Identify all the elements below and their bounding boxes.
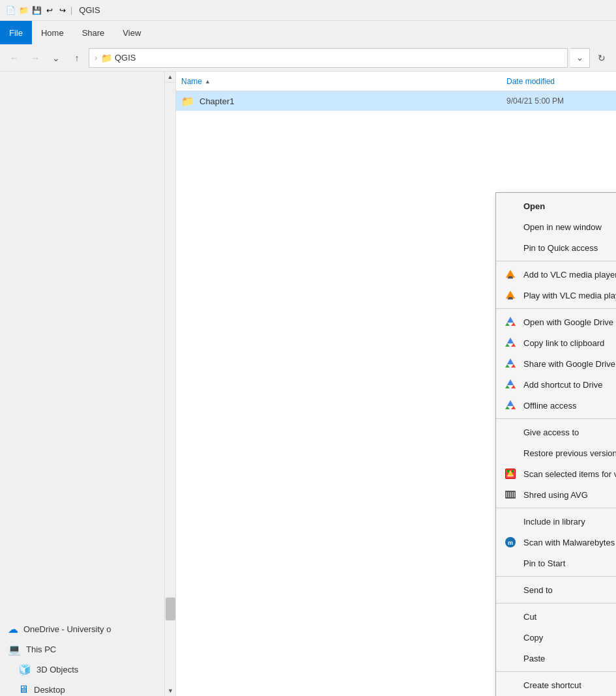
file-date-chapter1: 9/04/21 5:00 PM bbox=[506, 96, 611, 106]
forward-button[interactable]: → bbox=[26, 49, 44, 67]
ctx-paste[interactable]: Paste bbox=[496, 648, 616, 669]
ctx-gdrive-share[interactable]: Share with Google Drive bbox=[496, 353, 616, 374]
ctx-gdrive-offline-label: Offline access bbox=[523, 401, 616, 411]
ctx-scan-viruses[interactable]: Scan selected items for viruses bbox=[496, 463, 616, 484]
ctx-gdrive-shortcut[interactable]: Add shortcut to Drive bbox=[496, 374, 616, 395]
ctx-shred-avg[interactable]: Shred using AVG bbox=[496, 484, 616, 505]
recent-locations-button[interactable]: ⌄ bbox=[47, 49, 65, 67]
ctx-vlc-play[interactable]: Play with VLC media player bbox=[496, 285, 616, 306]
column-name-header[interactable]: Name ▲ bbox=[181, 77, 506, 86]
app-icon-save: 💾 bbox=[31, 5, 42, 16]
svg-rect-31 bbox=[512, 470, 514, 472]
ctx-divider-6 bbox=[496, 603, 616, 603]
svg-rect-30 bbox=[507, 470, 509, 472]
address-box[interactable]: › 📁 QGIS bbox=[89, 48, 568, 68]
sidebar: ▲ ☁ OneDrive - University o 💻 This PC 🧊 … bbox=[0, 72, 176, 696]
ctx-divider-2 bbox=[496, 308, 616, 309]
title-bar-divider: | bbox=[70, 6, 72, 15]
ctx-give-access-icon bbox=[504, 426, 517, 439]
ctx-scan-icon bbox=[504, 467, 517, 480]
ctx-scan-label: Scan selected items for viruses bbox=[523, 469, 616, 479]
ctx-open[interactable]: Open bbox=[496, 196, 616, 216]
sort-arrow-up: ▲ bbox=[205, 78, 211, 85]
svg-text:m: m bbox=[508, 540, 513, 546]
ctx-open-new-window[interactable]: Open in new window bbox=[496, 216, 616, 237]
ctx-gdrive-copy[interactable]: Copy link to clipboard bbox=[496, 332, 616, 353]
ctx-gdrive-share-icon bbox=[504, 357, 517, 370]
onedrive-icon: ☁ bbox=[8, 623, 18, 635]
ctx-vlc-play-label: Play with VLC media player bbox=[523, 291, 616, 300]
ctx-create-shortcut[interactable]: Create shortcut bbox=[496, 674, 616, 695]
main-area: ▲ ☁ OneDrive - University o 💻 This PC 🧊 … bbox=[0, 72, 616, 696]
ctx-open-new-window-icon bbox=[504, 220, 517, 233]
ctx-send-to[interactable]: Send to ► bbox=[496, 579, 616, 600]
svg-rect-2 bbox=[508, 278, 513, 279]
ctx-gdrive-offline[interactable]: Offline access ► bbox=[496, 395, 616, 416]
ctx-restore-icon bbox=[504, 446, 517, 459]
ctx-gdrive-copy-label: Copy link to clipboard bbox=[523, 338, 616, 348]
sidebar-item-3d-objects[interactable]: 🧊 3D Objects bbox=[0, 660, 164, 680]
address-dropdown-button[interactable]: ⌄ bbox=[570, 48, 590, 68]
sidebar-item-this-pc[interactable]: 💻 This PC bbox=[0, 639, 164, 660]
sidebar-scrollbar[interactable]: ▲ ▼ bbox=[164, 72, 175, 696]
svg-marker-12 bbox=[505, 343, 510, 347]
svg-marker-11 bbox=[507, 338, 514, 343]
ctx-pin-label: Pin to Quick access bbox=[523, 243, 616, 253]
ctx-copy-icon bbox=[504, 631, 517, 644]
ctx-pin-quick-access[interactable]: Pin to Quick access bbox=[496, 237, 616, 258]
ctx-malwarebytes-label: Scan with Malwarebytes bbox=[523, 538, 616, 547]
menu-file[interactable]: File bbox=[0, 21, 32, 44]
column-date-header[interactable]: Date modified bbox=[506, 77, 611, 86]
menu-home[interactable]: Home bbox=[32, 21, 73, 44]
menu-share[interactable]: Share bbox=[73, 21, 114, 44]
ctx-paste-icon bbox=[504, 652, 517, 665]
svg-rect-35 bbox=[508, 492, 509, 497]
svg-marker-23 bbox=[507, 400, 514, 406]
refresh-button[interactable]: ↻ bbox=[593, 49, 611, 67]
scroll-arrow-down[interactable]: ▼ bbox=[165, 685, 176, 696]
sidebar-item-onedrive[interactable]: ☁ OneDrive - University o bbox=[0, 619, 164, 639]
svg-rect-1 bbox=[508, 276, 512, 278]
menu-view[interactable]: View bbox=[113, 21, 150, 44]
ctx-vlc-add[interactable]: Add to VLC media player's Playlist bbox=[496, 264, 616, 285]
ctx-create-shortcut-icon bbox=[504, 678, 517, 691]
svg-marker-20 bbox=[505, 385, 510, 388]
ctx-divider-1 bbox=[496, 261, 616, 261]
column-header: Name ▲ Date modified bbox=[176, 72, 616, 91]
file-row-chapter1[interactable]: 📁 Chapter1 9/04/21 5:00 PM bbox=[176, 91, 616, 111]
app-icon-redo: ↪ bbox=[57, 5, 68, 16]
ctx-vlc-add-label: Add to VLC media player's Playlist bbox=[523, 270, 616, 280]
svg-rect-4 bbox=[508, 297, 512, 298]
ctx-cut-icon bbox=[504, 610, 517, 623]
ctx-open-new-window-label: Open in new window bbox=[523, 222, 616, 232]
address-folder-icon: 📁 bbox=[101, 53, 112, 63]
ctx-pin-start-icon bbox=[504, 557, 517, 570]
ctx-divider-3 bbox=[496, 418, 616, 419]
ctx-include-library[interactable]: Include in library ► bbox=[496, 511, 616, 532]
ctx-divider-4 bbox=[496, 508, 616, 508]
file-pane: Name ▲ Date modified 📁 Chapter1 9/04/21 … bbox=[176, 72, 616, 696]
sidebar-scroll-up[interactable]: ▲ bbox=[164, 72, 175, 83]
context-menu: Open Open in new window Pin to Quick acc… bbox=[495, 192, 616, 696]
ctx-copy[interactable]: Copy bbox=[496, 627, 616, 648]
scrollbar-thumb[interactable] bbox=[166, 598, 175, 620]
ctx-gdrive-offline-icon bbox=[504, 399, 517, 412]
ctx-restore-versions[interactable]: Restore previous versions bbox=[496, 442, 616, 463]
ctx-include-library-label: Include in library bbox=[523, 517, 616, 527]
ctx-pin-start[interactable]: Pin to Start bbox=[496, 553, 616, 573]
sidebar-item-desktop[interactable]: 🖥 Desktop bbox=[0, 680, 164, 696]
app-icon-doc: 📄 bbox=[5, 5, 16, 16]
ctx-give-access[interactable]: Give access to ► bbox=[496, 422, 616, 442]
menu-bar: File Home Share View bbox=[0, 21, 616, 44]
ctx-gdrive-open[interactable]: Open with Google Drive bbox=[496, 312, 616, 332]
pc-icon: 💻 bbox=[8, 643, 21, 656]
svg-rect-38 bbox=[514, 492, 515, 497]
ctx-cut[interactable]: Cut bbox=[496, 606, 616, 627]
back-button[interactable]: ← bbox=[5, 49, 23, 67]
sidebar-item-this-pc-label: This PC bbox=[26, 645, 56, 654]
svg-marker-7 bbox=[507, 317, 514, 323]
up-button[interactable]: ↑ bbox=[68, 49, 86, 67]
ctx-avg-label: Shred using AVG bbox=[523, 490, 616, 500]
ctx-malwarebytes[interactable]: m Scan with Malwarebytes bbox=[496, 532, 616, 553]
ctx-malwarebytes-icon: m bbox=[504, 536, 517, 549]
